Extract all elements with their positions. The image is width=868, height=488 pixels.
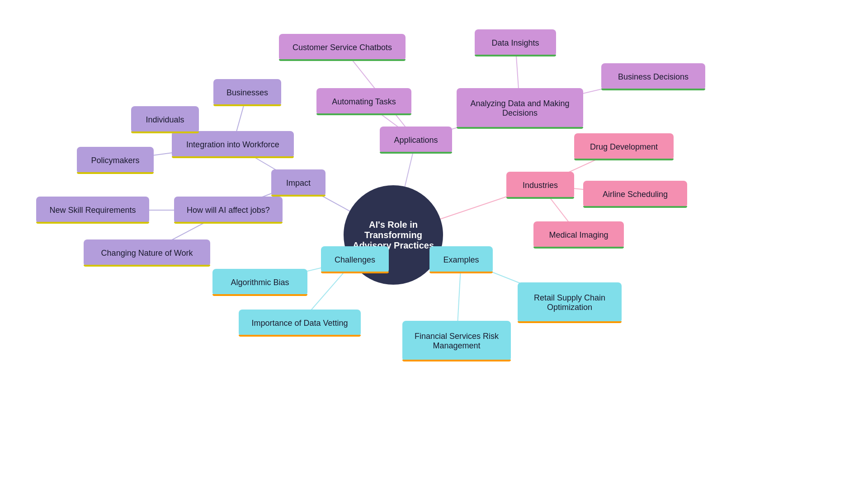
label-challenges: Challenges (335, 255, 375, 265)
label-customer_service: Customer Service Chatbots (292, 43, 392, 52)
node-changing_nature[interactable]: Changing Nature of Work (84, 239, 210, 267)
node-integration[interactable]: Integration into Workforce (172, 131, 294, 158)
node-how_will_ai[interactable]: How will AI affect jobs? (174, 197, 283, 224)
node-new_skill[interactable]: New Skill Requirements (36, 197, 149, 224)
label-algorithmic_bias: Algorithmic Bias (231, 278, 289, 287)
label-applications: Applications (394, 136, 438, 145)
node-retail[interactable]: Retail Supply Chain Optimization (518, 282, 622, 323)
node-challenges[interactable]: Challenges (321, 246, 389, 273)
label-business_decisions: Business Decisions (618, 72, 689, 82)
node-data_insights[interactable]: Data Insights (475, 29, 556, 56)
label-industries: Industries (523, 181, 558, 190)
label-integration: Integration into Workforce (186, 140, 279, 150)
label-retail: Retail Supply Chain Optimization (534, 293, 605, 312)
label-impact: Impact (286, 178, 311, 188)
node-analyzing_data[interactable]: Analyzing Data and Making Decisions (457, 88, 583, 129)
node-business_decisions[interactable]: Business Decisions (601, 63, 705, 90)
label-medical_imaging: Medical Imaging (549, 230, 608, 240)
node-financial[interactable]: Financial Services Risk Management (402, 321, 511, 361)
node-examples[interactable]: Examples (429, 246, 493, 273)
label-policymakers: Policymakers (91, 156, 139, 165)
node-airline[interactable]: Airline Scheduling (583, 181, 687, 208)
label-changing_nature: Changing Nature of Work (101, 249, 193, 258)
node-individuals[interactable]: Individuals (131, 106, 199, 133)
node-businesses[interactable]: Businesses (213, 79, 281, 106)
label-new_skill: New Skill Requirements (49, 206, 136, 215)
label-businesses: Businesses (226, 88, 268, 98)
label-automating_tasks: Automating Tasks (332, 97, 396, 107)
label-examples: Examples (443, 255, 479, 265)
label-airline: Airline Scheduling (603, 190, 668, 199)
node-impact[interactable]: Impact (271, 169, 326, 197)
node-policymakers[interactable]: Policymakers (77, 147, 154, 174)
node-algorithmic_bias[interactable]: Algorithmic Bias (212, 269, 307, 296)
label-data_insights: Data Insights (491, 38, 539, 48)
label-how_will_ai: How will AI affect jobs? (187, 206, 270, 215)
node-data_vetting[interactable]: Importance of Data Vetting (239, 310, 361, 337)
node-automating_tasks[interactable]: Automating Tasks (316, 88, 411, 115)
label-data_vetting: Importance of Data Vetting (251, 319, 348, 328)
label-individuals: Individuals (146, 115, 184, 125)
node-industries[interactable]: Industries (506, 172, 574, 199)
node-medical_imaging[interactable]: Medical Imaging (533, 221, 624, 249)
label-financial: Financial Services Risk Management (415, 332, 499, 351)
label-drug_dev: Drug Development (590, 142, 658, 152)
node-applications[interactable]: Applications (380, 127, 452, 154)
node-customer_service[interactable]: Customer Service Chatbots (279, 34, 406, 61)
label-analyzing_data: Analyzing Data and Making Decisions (470, 99, 569, 118)
node-drug_dev[interactable]: Drug Development (574, 133, 674, 160)
